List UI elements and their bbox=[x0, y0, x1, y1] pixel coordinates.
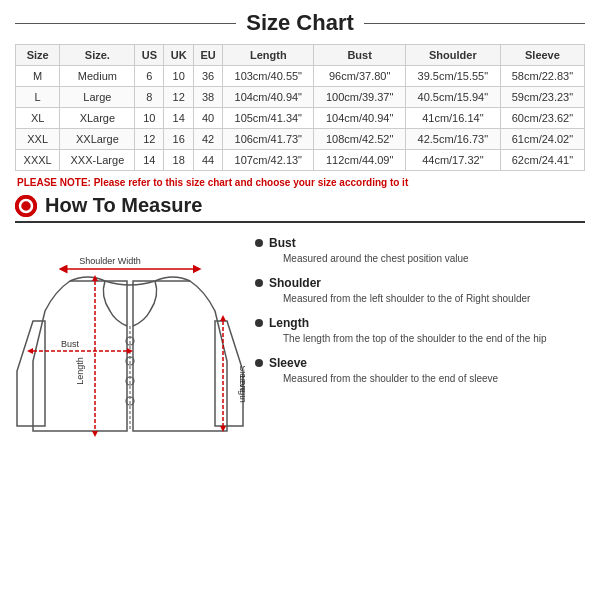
size-chart-table: SizeSize.USUKEULengthBustShoulderSleeve … bbox=[15, 44, 585, 171]
table-row: LLarge81238104cm/40.94"100cm/39.37"40.5c… bbox=[16, 87, 585, 108]
table-cell: 112cm/44.09" bbox=[314, 150, 405, 171]
table-cell: 41cm/16.14" bbox=[405, 108, 500, 129]
table-cell: Medium bbox=[60, 66, 135, 87]
table-cell: XXX-Large bbox=[60, 150, 135, 171]
how-to-measure-title: How To Measure bbox=[45, 194, 202, 217]
table-cell: 8 bbox=[135, 87, 164, 108]
bullet-dot bbox=[255, 319, 263, 327]
measure-bullet: Length The length from the top of the sh… bbox=[255, 316, 585, 346]
table-cell: 104cm/40.94" bbox=[314, 108, 405, 129]
table-header: Bust bbox=[314, 45, 405, 66]
table-cell: 104cm/40.94" bbox=[223, 87, 314, 108]
svg-text:Bust: Bust bbox=[61, 339, 80, 349]
measurements-list: Bust Measured around the chest position … bbox=[255, 231, 585, 451]
measure-bullet: Shoulder Measured from the left shoulder… bbox=[255, 276, 585, 306]
measure-desc: Measured from the shoulder to the end of… bbox=[269, 372, 498, 386]
table-cell: XXLarge bbox=[60, 129, 135, 150]
table-row: MMedium61036103cm/40.55"96cm/37.80"39.5c… bbox=[16, 66, 585, 87]
table-header-row: SizeSize.USUKEULengthBustShoulderSleeve bbox=[16, 45, 585, 66]
table-cell: 42.5cm/16.73" bbox=[405, 129, 500, 150]
table-header: Size bbox=[16, 45, 60, 66]
table-cell: 96cm/37.80" bbox=[314, 66, 405, 87]
table-cell: Large bbox=[60, 87, 135, 108]
svg-text:Length: Length bbox=[75, 357, 85, 385]
measure-bullet: Bust Measured around the chest position … bbox=[255, 236, 585, 266]
svg-marker-15 bbox=[92, 431, 98, 437]
table-cell: M bbox=[16, 66, 60, 87]
measure-item: Shoulder Measured from the left shoulder… bbox=[255, 276, 585, 306]
table-cell: 44cm/17.32" bbox=[405, 150, 500, 171]
table-cell: 38 bbox=[194, 87, 223, 108]
table-cell: 58cm/22.83" bbox=[500, 66, 584, 87]
table-cell: 12 bbox=[164, 87, 194, 108]
table-header: EU bbox=[194, 45, 223, 66]
table-cell: 6 bbox=[135, 66, 164, 87]
table-cell: L bbox=[16, 87, 60, 108]
table-cell: 107cm/42.13" bbox=[223, 150, 314, 171]
table-cell: 18 bbox=[164, 150, 194, 171]
title-section: Size Chart bbox=[15, 10, 585, 36]
table-cell: 61cm/24.02" bbox=[500, 129, 584, 150]
measure-name: Shoulder bbox=[269, 276, 530, 290]
table-cell: 36 bbox=[194, 66, 223, 87]
table-cell: 105cm/41.34" bbox=[223, 108, 314, 129]
table-cell: 16 bbox=[164, 129, 194, 150]
table-cell: 39.5cm/15.55" bbox=[405, 66, 500, 87]
table-cell: 100cm/39.37" bbox=[314, 87, 405, 108]
measure-item: Length The length from the top of the sh… bbox=[255, 316, 585, 346]
table-header: Size. bbox=[60, 45, 135, 66]
svg-point-0 bbox=[15, 195, 37, 217]
table-cell: 40 bbox=[194, 108, 223, 129]
svg-text:Length: Length bbox=[238, 375, 245, 403]
table-row: XXLXXLarge121642106cm/41.73"108cm/42.52"… bbox=[16, 129, 585, 150]
note-label: PLEASE NOTE: bbox=[17, 177, 91, 188]
table-cell: XXL bbox=[16, 129, 60, 150]
how-to-measure-header: How To Measure bbox=[15, 194, 585, 223]
table-header: Shoulder bbox=[405, 45, 500, 66]
page-container: Size Chart SizeSize.USUKEULengthBustShou… bbox=[0, 0, 600, 600]
bottom-section: Shoulder Width bbox=[15, 231, 585, 451]
table-header: Sleeve bbox=[500, 45, 584, 66]
measure-item: Bust Measured around the chest position … bbox=[255, 236, 585, 266]
svg-marker-10 bbox=[27, 348, 33, 354]
page-title: Size Chart bbox=[246, 10, 354, 36]
table-row: XLXLarge101440105cm/41.34"104cm/40.94"41… bbox=[16, 108, 585, 129]
svg-marker-18 bbox=[220, 315, 226, 321]
table-cell: 103cm/40.55" bbox=[223, 66, 314, 87]
table-cell: XL bbox=[16, 108, 60, 129]
table-cell: 14 bbox=[164, 108, 194, 129]
circle-icon bbox=[15, 195, 37, 217]
table-cell: 62cm/24.41" bbox=[500, 150, 584, 171]
table-cell: 12 bbox=[135, 129, 164, 150]
note-text: PLEASE NOTE: Please refer to this size c… bbox=[15, 177, 585, 188]
table-cell: 42 bbox=[194, 129, 223, 150]
table-cell: 40.5cm/15.94" bbox=[405, 87, 500, 108]
table-cell: 108cm/42.52" bbox=[314, 129, 405, 150]
table-cell: XXXL bbox=[16, 150, 60, 171]
bullet-dot bbox=[255, 239, 263, 247]
table-cell: 59cm/23.23" bbox=[500, 87, 584, 108]
table-cell: 44 bbox=[194, 150, 223, 171]
note-content: Please refer to this size chart and choo… bbox=[94, 177, 409, 188]
jacket-illustration: Shoulder Width bbox=[15, 231, 245, 451]
jacket-svg: Shoulder Width bbox=[15, 231, 245, 451]
measure-item: Sleeve Measured from the shoulder to the… bbox=[255, 356, 585, 386]
table-header: US bbox=[135, 45, 164, 66]
measure-name: Sleeve bbox=[269, 356, 498, 370]
measure-desc: Measured from the left shoulder to the o… bbox=[269, 292, 530, 306]
bullet-dot bbox=[255, 359, 263, 367]
table-cell: XLarge bbox=[60, 108, 135, 129]
measure-name: Bust bbox=[269, 236, 469, 250]
measure-desc: Measured around the chest position value bbox=[269, 252, 469, 266]
table-cell: 10 bbox=[164, 66, 194, 87]
table-cell: 106cm/41.73" bbox=[223, 129, 314, 150]
table-header: Length bbox=[223, 45, 314, 66]
table-cell: 10 bbox=[135, 108, 164, 129]
svg-text:Shoulder Width: Shoulder Width bbox=[79, 256, 141, 266]
table-cell: 14 bbox=[135, 150, 164, 171]
bullet-dot bbox=[255, 279, 263, 287]
measure-name: Length bbox=[269, 316, 547, 330]
table-row: XXXLXXX-Large141844107cm/42.13"112cm/44.… bbox=[16, 150, 585, 171]
measure-desc: The length from the top of the shoulder … bbox=[269, 332, 547, 346]
table-header: UK bbox=[164, 45, 194, 66]
